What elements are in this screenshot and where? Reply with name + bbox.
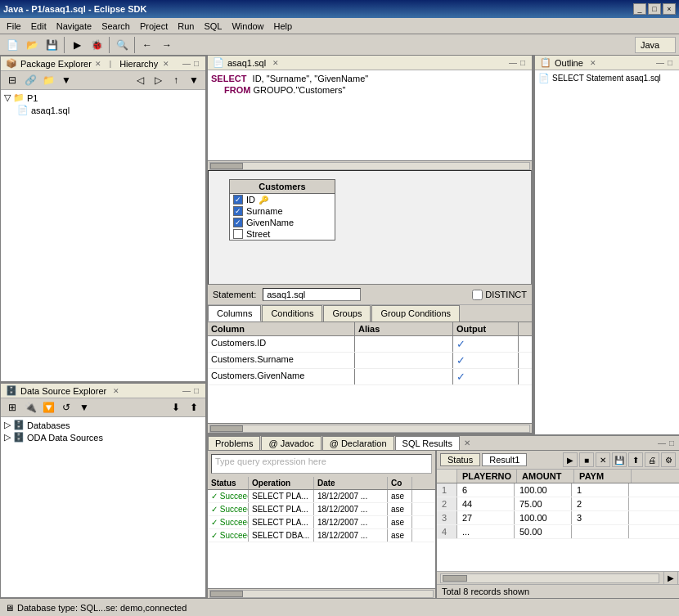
toolbar-run-button[interactable]: ▶ xyxy=(68,36,86,54)
tab-problems[interactable]: Problems xyxy=(208,436,260,450)
table-row[interactable]: Customers.ID ✓ xyxy=(208,336,532,353)
scrollbar-track[interactable] xyxy=(209,162,530,170)
results-tab-result1[interactable]: Result1 xyxy=(482,453,527,466)
results-stop-button[interactable]: ■ xyxy=(579,452,594,467)
forward-button[interactable]: ▷ xyxy=(150,72,166,88)
menu-search[interactable]: Search xyxy=(97,20,135,33)
menu-file[interactable]: File xyxy=(2,20,26,33)
editor-maximize-icon[interactable]: □ xyxy=(520,58,525,67)
results-save-button[interactable]: 💾 xyxy=(612,452,627,467)
tree-oda[interactable]: ▷ 🗄️ ODA Data Sources xyxy=(2,431,204,443)
tree-project[interactable]: ▽ 📁 P1 xyxy=(2,92,204,104)
table-row-surname[interactable]: ✓ Surname xyxy=(230,205,335,217)
results-tab-status[interactable]: Status xyxy=(440,453,480,466)
tab-declaration[interactable]: @ Declaration xyxy=(322,436,394,450)
toolbar-search-button[interactable]: 🔍 xyxy=(113,36,131,54)
scrollbar-thumb[interactable] xyxy=(210,163,243,169)
minimize-button[interactable]: _ xyxy=(633,3,646,15)
table-row[interactable]: 2 44 75.00 2 xyxy=(437,497,679,511)
editor-scrollbar[interactable] xyxy=(208,160,532,170)
table-row-id[interactable]: ✓ ID 🔑 xyxy=(230,194,335,205)
table-scrollbar[interactable] xyxy=(208,423,532,433)
table-row[interactable]: 3 27 100.00 3 xyxy=(437,511,679,525)
close-button[interactable]: × xyxy=(663,3,676,15)
outline-item[interactable]: 📄 SELECT Statement asaq1.sql xyxy=(537,72,677,84)
tab-group-conditions[interactable]: Group Conditions xyxy=(371,305,460,321)
problems-scrollbar-thumb[interactable] xyxy=(210,591,243,597)
menu-help[interactable]: Help xyxy=(269,20,298,33)
editor-tab-label[interactable]: asaq1.sql xyxy=(227,58,266,68)
ds-maximize-icon[interactable]: □ xyxy=(194,386,199,395)
editor-minimize-icon[interactable]: — xyxy=(509,58,517,67)
ds-connect-button[interactable]: 🔌 xyxy=(22,399,38,416)
id-checkbox[interactable]: ✓ xyxy=(233,195,243,205)
list-item[interactable]: ✓ Succeec SELECT PLA... 18/12/2007 ... a… xyxy=(208,516,435,529)
problems-scrollbar[interactable] xyxy=(208,588,435,598)
tab-javadoc[interactable]: @ Javadoc xyxy=(261,436,321,450)
toolbar-new-button[interactable]: 📄 xyxy=(3,36,21,54)
street-checkbox[interactable] xyxy=(233,229,243,239)
table-scrollbar-track[interactable] xyxy=(209,425,530,433)
list-item[interactable]: ✓ Succeec SELECT PLA... 18/12/2007 ... a… xyxy=(208,490,435,503)
ds-minimize-icon[interactable]: — xyxy=(182,386,191,395)
collapse-all-button[interactable]: ⊟ xyxy=(4,72,20,88)
givenname-checkbox[interactable]: ✓ xyxy=(233,218,243,227)
menu-sql[interactable]: SQL xyxy=(199,20,227,33)
distinct-checkbox[interactable] xyxy=(472,290,483,300)
table-scrollbar-thumb[interactable] xyxy=(210,425,243,432)
results-run-button[interactable]: ▶ xyxy=(563,452,578,467)
toolbar-open-button[interactable]: 📂 xyxy=(23,36,41,54)
ds-menu-button[interactable]: ▼ xyxy=(76,399,92,416)
table-row-street[interactable]: Street xyxy=(230,228,335,240)
toolbar-next-button[interactable]: → xyxy=(158,36,176,54)
menu-run[interactable]: Run xyxy=(173,20,199,33)
surname-checkbox[interactable]: ✓ xyxy=(233,206,243,216)
table-row-givenname[interactable]: ✓ GivenName xyxy=(230,217,335,228)
query-expression-input[interactable]: Type query expression here xyxy=(211,454,432,474)
menu-edit[interactable]: Edit xyxy=(26,20,52,33)
problems-scrollbar-track[interactable] xyxy=(209,590,434,598)
ds-new-button[interactable]: ⊞ xyxy=(4,399,20,416)
menu-navigate[interactable]: Navigate xyxy=(52,20,97,33)
maximize-button[interactable]: □ xyxy=(648,3,661,15)
down-button[interactable]: ▼ xyxy=(186,72,202,88)
up-button[interactable]: ↑ xyxy=(168,72,184,88)
sql-editor[interactable]: SELECT ID, "Surname", "GivenName" FROM G… xyxy=(208,70,532,160)
back-button[interactable]: ◁ xyxy=(132,72,148,88)
toolbar-save-button[interactable]: 💾 xyxy=(43,36,61,54)
table-row[interactable]: 1 6 100.00 1 xyxy=(437,483,679,497)
editor-tab-close[interactable]: ✕ xyxy=(272,59,279,67)
new-folder-button[interactable]: 📁 xyxy=(40,72,56,88)
panel-minimize-icon[interactable]: — xyxy=(182,59,191,68)
outline-close[interactable]: ✕ xyxy=(590,59,596,67)
menu-project[interactable]: Project xyxy=(135,20,173,33)
link-editor-button[interactable]: 🔗 xyxy=(22,72,38,88)
table-row[interactable]: Customers.GivenName ✓ xyxy=(208,369,532,385)
bottom-minimize-icon[interactable]: — xyxy=(658,438,666,447)
outline-minimize-icon[interactable]: — xyxy=(656,58,664,67)
results-options-button[interactable]: ⚙ xyxy=(661,452,676,467)
statement-input[interactable] xyxy=(263,288,361,301)
tree-file[interactable]: 📄 asaq1.sql xyxy=(2,104,204,116)
ds-import-button[interactable]: ⬇ xyxy=(168,399,184,416)
list-item[interactable]: ✓ Succeec SELECT PLA... 18/12/2007 ... a… xyxy=(208,503,435,516)
ds-refresh-button[interactable]: ↺ xyxy=(58,399,74,416)
list-item[interactable]: ✓ Succeec SELECT DBA... 18/12/2007 ... a… xyxy=(208,529,435,542)
ds-filter-button[interactable]: 🔽 xyxy=(40,399,56,416)
results-export-button[interactable]: ⬆ xyxy=(628,452,643,467)
explorer-menu-button[interactable]: ▼ xyxy=(58,72,74,88)
hierarchy-tab[interactable]: Hierarchy xyxy=(119,59,158,69)
ds-export-button[interactable]: ⬆ xyxy=(186,399,202,416)
tab-columns[interactable]: Columns xyxy=(208,305,261,321)
panel-maximize-icon[interactable]: □ xyxy=(194,59,199,68)
table-row[interactable]: Customers.Surname ✓ xyxy=(208,353,532,369)
bottom-maximize-icon[interactable]: □ xyxy=(669,438,674,447)
toolbar-prev-button[interactable]: ← xyxy=(138,36,156,54)
menu-window[interactable]: Window xyxy=(227,20,268,33)
tab-groups[interactable]: Groups xyxy=(323,305,371,321)
tab-conditions[interactable]: Conditions xyxy=(262,305,322,321)
results-clear-button[interactable]: ✕ xyxy=(596,452,610,467)
scroll-right-button[interactable]: ▶ xyxy=(663,571,678,586)
table-row[interactable]: 4 ... 50.00 xyxy=(437,525,679,539)
outline-maximize-icon[interactable]: □ xyxy=(668,58,672,67)
